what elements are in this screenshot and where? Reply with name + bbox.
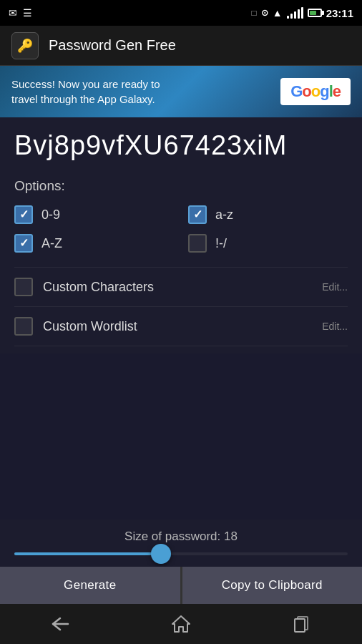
title-bar: 🔑 Password Gen Free — [0, 26, 362, 66]
ad-banner[interactable]: Success! Now you are ready to travel thr… — [0, 66, 362, 117]
checkbox-row-AZ[interactable]: ✓ A-Z — [14, 234, 174, 253]
signal-bar-5 — [301, 7, 303, 19]
recents-button[interactable] — [280, 610, 323, 638]
status-bar-right: □ ⊙ ▲ 23:11 — [252, 7, 353, 19]
nav-bar — [0, 604, 362, 644]
checkbox-custom-wordlist[interactable] — [14, 317, 33, 336]
ad-text: Success! Now you are ready to travel thr… — [11, 77, 183, 107]
slider-thumb[interactable] — [151, 544, 171, 564]
app-title: Password Gen Free — [49, 37, 176, 54]
label-az: a-z — [215, 208, 233, 223]
signal-bar-4 — [298, 9, 300, 19]
battery-icon — [308, 9, 322, 17]
checkmark-09: ✓ — [19, 209, 29, 220]
app-icon: 🔑 — [11, 32, 39, 59]
checkbox-special[interactable] — [188, 234, 207, 253]
checkmark-AZ: ✓ — [19, 238, 29, 249]
signal-bars — [287, 7, 303, 19]
custom-chars-row[interactable]: Custom Characters Edit... — [14, 267, 348, 306]
time-display: 23:11 — [326, 7, 353, 19]
generate-button[interactable]: Generate — [0, 567, 181, 604]
password-display: Bvj8p9vfXU67423xiM — [0, 117, 362, 171]
back-button[interactable] — [39, 610, 82, 638]
slider-track[interactable] — [14, 552, 348, 555]
checkbox-grid: ✓ 0-9 ✓ a-z ✓ A-Z !-/ — [14, 205, 348, 253]
label-custom-wordlist: Custom Wordlist — [43, 319, 312, 334]
slider-label-text: Size of password: — [124, 530, 224, 543]
edit-custom-wordlist[interactable]: Edit... — [322, 321, 348, 332]
svg-rect-3 — [295, 619, 305, 632]
label-special: !-/ — [215, 236, 227, 251]
notification-icon: ☰ — [23, 7, 32, 19]
signal-bar-1 — [287, 16, 289, 19]
slider-section: Size of password: 18 — [0, 519, 362, 567]
signal-bar-2 — [290, 14, 293, 19]
checkbox-row-09[interactable]: ✓ 0-9 — [14, 205, 174, 224]
generated-password: Bvj8p9vfXU67423xiM — [14, 130, 287, 160]
wifi-icon: ▲ — [273, 7, 283, 19]
slider-fill — [14, 552, 161, 555]
label-09: 0-9 — [41, 208, 60, 223]
checkbox-AZ[interactable]: ✓ — [14, 234, 33, 253]
battery-fill — [310, 11, 317, 15]
gmail-icon: ✉ — [9, 7, 17, 19]
home-icon — [171, 615, 191, 633]
status-bar-left: ✉ ☰ — [9, 7, 32, 19]
clipboard-button[interactable]: Copy to Clipboard — [182, 567, 363, 604]
svg-marker-1 — [172, 616, 190, 632]
label-custom-chars: Custom Characters — [43, 280, 312, 295]
signal-bar-3 — [294, 11, 296, 19]
edit-custom-chars[interactable]: Edit... — [322, 281, 348, 293]
sim-icon: □ — [252, 8, 257, 18]
alarm-icon: ⊙ — [261, 8, 268, 18]
options-label: Options: — [14, 178, 348, 194]
custom-wordlist-row[interactable]: Custom Wordlist Edit... — [14, 306, 348, 346]
checkbox-09[interactable]: ✓ — [14, 205, 33, 224]
home-button[interactable] — [160, 610, 202, 638]
checkbox-row-az[interactable]: ✓ a-z — [188, 205, 348, 224]
checkbox-custom-chars[interactable] — [14, 278, 33, 296]
label-AZ: A-Z — [41, 236, 62, 251]
slider-label: Size of password: 18 — [14, 530, 348, 544]
back-icon — [51, 617, 69, 631]
options-section: Options: ✓ 0-9 ✓ a-z ✓ A-Z !-/ — [0, 171, 362, 353]
google-badge: Google — [280, 78, 351, 105]
checkmark-az: ✓ — [193, 209, 202, 220]
checkbox-row-special[interactable]: !-/ — [188, 234, 348, 253]
bottom-buttons: Generate Copy to Clipboard — [0, 567, 362, 604]
slider-value: 18 — [224, 530, 238, 543]
recents-icon — [293, 615, 310, 633]
status-bar: ✉ ☰ □ ⊙ ▲ 23:11 — [0, 0, 362, 26]
checkbox-az[interactable]: ✓ — [188, 205, 207, 224]
